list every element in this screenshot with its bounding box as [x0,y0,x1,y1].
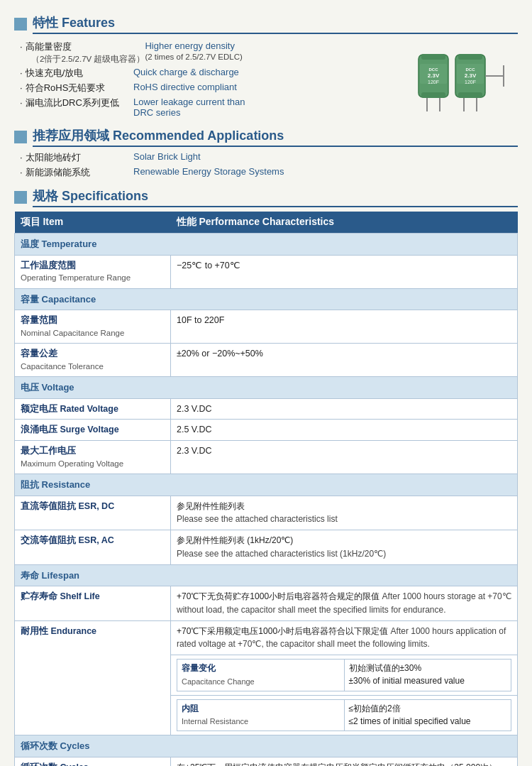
svg-text:DCC: DCC [466,67,476,72]
table-row-endurance: 耐用性 Endurance +70℃下采用额定电压1000小时后电容器符合以下限… [15,620,518,655]
applications-header: 推荐应用领域 Recommended Applications [14,127,518,147]
svg-rect-13 [458,92,482,98]
page: 特性 Features ·高能量密度 （2倍于2.5/2.7V 超级电容器） H… [0,0,532,766]
app-item-1: ·太阳能地砖灯 Solar Brick Light [20,151,518,164]
capacitor-svg: DCC 2.3V 120F DCC 2.3V 120F [411,44,511,115]
svg-text:2.3V: 2.3V [465,72,477,79]
table-row: 容量范围 Nominal Capacitance Range 10F to 22… [15,310,518,344]
group-resistance: 阻抗 Resistance [15,474,518,496]
svg-rect-2 [421,54,445,60]
col2-header: 性能 Performance Characteristics [171,212,518,234]
features-header: 特性 Features [14,14,518,34]
svg-text:DCC: DCC [429,67,439,72]
specs-header: 规格 Specifications [14,187,518,207]
table-row: 额定电压 Rated Voltage 2.3 V.DC [15,398,518,420]
svg-rect-12 [458,54,482,60]
table-row: 贮存寿命 Shelf Life +70℃下无负荷贮存1000小时后电容器符合规定… [15,586,518,621]
svg-text:120F: 120F [465,80,476,84]
svg-text:2.3V: 2.3V [428,72,440,79]
svg-rect-3 [421,92,445,98]
app-item-2: ·新能源储能系统 Renewable Energy Storage System… [20,166,518,179]
applications-title: 推荐应用领域 Recommended Applications [33,127,518,147]
feature-item-4: ·漏电流比DRC系列更低 Lower leakage current than … [20,97,404,118]
table-row: 最大工作电压 Maximum Operating Voltage 2.3 V.D… [15,441,518,474]
group-cycles: 循环次数 Cycles [15,735,518,757]
applications-header-box [14,131,27,143]
group-temperature: 温度 Temperature [15,234,518,256]
specs-title: 规格 Specifications [33,187,518,207]
features-header-box [14,18,27,31]
specs-table: 项目 Item 性能 Performance Characteristics 温… [14,212,518,766]
group-lifespan: 寿命 Lifespan [15,564,518,586]
specs-wrapper: 项目 Item 性能 Performance Characteristics 温… [14,212,518,766]
group-capacitance: 容量 Capacitance [15,288,518,310]
table-row: 直流等值阻抗 ESR, DC 参见附件性能列表 Please see the a… [15,496,518,530]
features-list: ·高能量密度 （2倍于2.5/2.7V 超级电容器） Higher energy… [14,38,404,120]
features-title: 特性 Features [33,14,518,34]
table-row: 容量公差 Capacitance Tolerance ±20% or −20%~… [15,344,518,377]
svg-text:120F: 120F [428,80,439,84]
table-row-cycles: 循环次数 Cycles 在+25℃下，用恒定电流使电容器在规定电压和半额定电压间… [15,757,518,766]
table-row: 工作温度范围 Operating Temperature Range −25℃ … [15,255,518,288]
table-row: 浪涌电压 Surge Voltage 2.5 V.DC [15,420,518,441]
capacitor-image-area: DCC 2.3V 120F DCC 2.3V 120F [404,38,518,120]
col1-header: 项目 Item [15,212,171,234]
table-row: 交流等值阻抗 ESR, AC 参见附件性能列表 (1kHz/20℃) Pleas… [15,530,518,565]
feature-item-3: ·符合RoHS无铅要求 RoHS directive compliant [20,82,404,94]
table-header-row: 项目 Item 性能 Performance Characteristics [15,212,518,234]
group-voltage: 电压 Voltage [15,377,518,399]
feature-item-2: ·快速充电/放电 Quick charge & discharge [20,67,404,80]
features-content: ·高能量密度 （2倍于2.5/2.7V 超级电容器） Higher energy… [14,38,518,120]
feature-item-1: ·高能量密度 （2倍于2.5/2.7V 超级电容器） Higher energy… [20,40,404,65]
specs-header-box [14,191,27,204]
applications-list: ·太阳能地砖灯 Solar Brick Light ·新能源储能系统 Renew… [14,151,518,179]
